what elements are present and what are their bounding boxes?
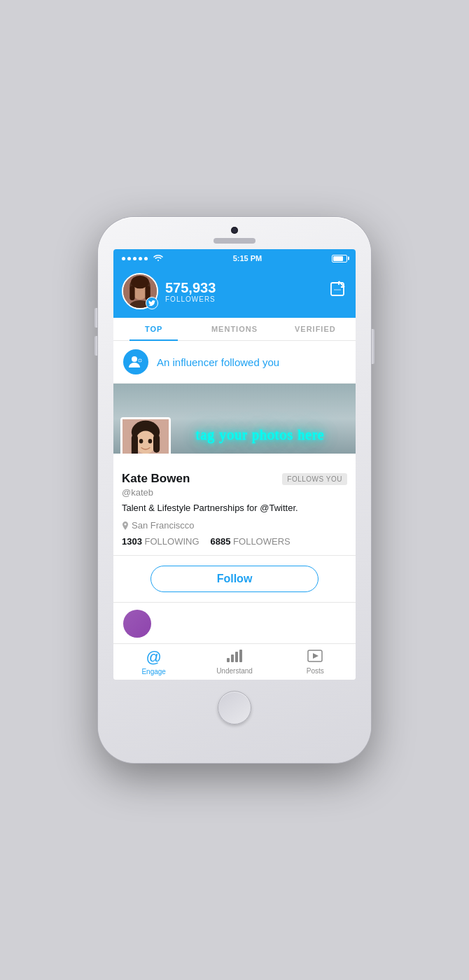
signal-strength xyxy=(122,257,148,260)
svg-point-21 xyxy=(139,439,144,443)
svg-rect-24 xyxy=(231,654,234,662)
card-name-row: Kate Bowen FOLLOWS YOU xyxy=(122,472,347,486)
front-camera xyxy=(231,227,238,234)
next-profile-avatar xyxy=(123,610,151,638)
phone-frame: 5:15 PM xyxy=(98,217,371,763)
twitter-badge xyxy=(146,297,158,309)
card-followers-count: 6885 xyxy=(211,536,231,547)
battery-fill xyxy=(333,256,343,261)
signal-dot-4 xyxy=(139,257,142,260)
phone-bottom xyxy=(218,680,251,738)
neon-sign-text: tag your photos here xyxy=(196,427,325,442)
following-count: 1303 xyxy=(122,536,142,547)
card-stats: 1303 FOLLOWING 6885 FOLLOWERS xyxy=(122,536,347,547)
status-left-group xyxy=(122,254,163,262)
header-left: 575,933 FOLLOWERS xyxy=(122,273,216,309)
wifi-icon xyxy=(153,254,163,262)
profile-card: tag your photos here xyxy=(113,384,356,556)
location-text: San Franciscco xyxy=(132,520,195,531)
svg-rect-25 xyxy=(235,652,238,662)
svg-rect-4 xyxy=(130,286,134,300)
posts-icon xyxy=(307,650,323,666)
phone-top-area xyxy=(98,217,371,249)
svg-rect-20 xyxy=(153,435,160,453)
location-icon xyxy=(122,522,129,530)
card-location: San Franciscco xyxy=(122,520,347,531)
sleep-button xyxy=(372,329,374,364)
volume-buttons xyxy=(94,308,97,356)
nav-posts[interactable]: Posts xyxy=(275,644,356,680)
card-handle: @kateb xyxy=(122,487,347,498)
signal-dot-2 xyxy=(127,257,131,260)
nav-engage[interactable]: @ Engage xyxy=(113,644,194,680)
posts-label: Posts xyxy=(307,667,324,675)
signal-dot-5 xyxy=(144,257,148,260)
volume-down-button xyxy=(94,336,97,356)
svg-rect-23 xyxy=(227,658,230,662)
home-button[interactable] xyxy=(218,691,251,724)
following-label: FOLLOWING xyxy=(145,536,200,547)
followers-stat: 6885 FOLLOWERS xyxy=(211,536,290,547)
followers-info: 575,933 FOLLOWERS xyxy=(165,280,216,303)
card-followers-label: FOLLOWERS xyxy=(233,536,290,547)
bottom-nav: @ Engage Understand xyxy=(113,643,356,680)
follow-button[interactable]: Follow xyxy=(150,566,318,592)
influencer-notification[interactable]: An influencer followed you xyxy=(113,341,356,384)
banner-background: tag your photos here xyxy=(113,384,356,454)
tab-top[interactable]: TOP xyxy=(113,318,194,340)
status-time: 5:15 PM xyxy=(233,254,262,262)
engage-label: Engage xyxy=(141,668,165,676)
card-bio: Talent & Lifestyle Partnerships for @Twi… xyxy=(122,502,347,514)
nav-understand[interactable]: Understand xyxy=(194,644,274,680)
next-card-peek xyxy=(113,603,356,643)
compose-icon[interactable] xyxy=(329,281,347,302)
svg-rect-26 xyxy=(239,650,242,662)
svg-rect-19 xyxy=(132,435,138,454)
followers-label: FOLLOWERS xyxy=(165,295,216,303)
understand-icon xyxy=(227,650,242,666)
tab-verified[interactable]: VERIFIED xyxy=(275,318,356,340)
volume-up-button xyxy=(94,308,97,328)
profile-card-avatar[interactable] xyxy=(120,417,171,454)
status-bar: 5:15 PM xyxy=(113,249,356,267)
user-avatar-wrap[interactable] xyxy=(122,273,158,309)
tab-bar: TOP MENTIONS VERIFIED xyxy=(113,318,356,341)
earpiece-speaker xyxy=(214,238,255,244)
svg-marker-28 xyxy=(313,653,318,659)
power-button xyxy=(372,329,374,364)
profile-banner: tag your photos here xyxy=(113,384,356,454)
svg-point-18 xyxy=(135,431,155,454)
battery-icon xyxy=(332,255,347,262)
svg-point-12 xyxy=(132,356,137,362)
card-name: Kate Bowen xyxy=(122,472,190,486)
engage-icon: @ xyxy=(146,648,161,666)
notification-icon-wrap xyxy=(123,349,148,374)
phone-screen: 5:15 PM xyxy=(113,249,356,680)
follow-section: Follow xyxy=(113,556,356,603)
follows-you-badge: FOLLOWS YOU xyxy=(282,473,347,485)
card-body: Kate Bowen FOLLOWS YOU @kateb Talent & L… xyxy=(113,454,356,555)
followers-count: 575,933 xyxy=(165,280,216,295)
following-stat: 1303 FOLLOWING xyxy=(122,536,200,547)
svg-point-22 xyxy=(148,439,153,443)
app-header: 575,933 FOLLOWERS xyxy=(113,267,356,318)
notification-text: An influencer followed you xyxy=(157,356,279,368)
signal-dot-3 xyxy=(133,257,136,260)
signal-dot-1 xyxy=(122,257,125,260)
main-content: An influencer followed you tag your phot… xyxy=(113,341,356,643)
tab-mentions[interactable]: MENTIONS xyxy=(194,318,274,340)
understand-label: Understand xyxy=(216,667,253,675)
